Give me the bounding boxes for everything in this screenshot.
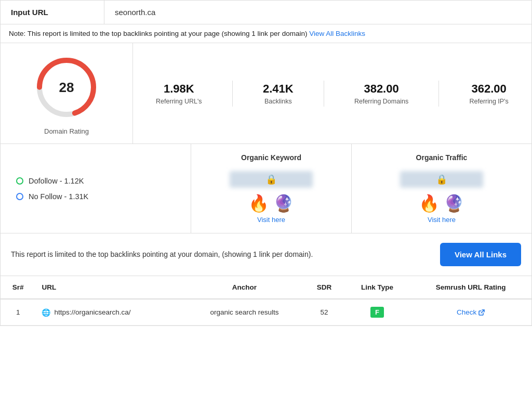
domain-rating-label: Domain Rating bbox=[44, 127, 89, 135]
view-all-links-button[interactable]: View All Links bbox=[440, 243, 521, 266]
col-header-sr: Sr# bbox=[1, 276, 35, 299]
organic-keyword-flame: 🔥 🔮 bbox=[248, 195, 295, 212]
dofollow-item: Dofollow - 1.12K bbox=[16, 177, 175, 185]
view-all-row: This report is limited to the top backli… bbox=[1, 233, 531, 276]
organic-keyword-lock-icon: 🔒 bbox=[265, 174, 277, 185]
metric-label-0: Referring URL's bbox=[156, 98, 202, 105]
input-url-label: Input URL bbox=[1, 1, 104, 24]
organic-traffic-flame: 🔥 🔮 bbox=[419, 195, 465, 212]
gauge-chart: 28 bbox=[33, 54, 100, 121]
cell-sr: 1 bbox=[1, 299, 35, 325]
divider-3 bbox=[438, 81, 439, 107]
semrush-check-link[interactable]: Check bbox=[457, 308, 485, 316]
cell-url: 🌐 https://organicsearch.ca/ bbox=[35, 299, 184, 325]
note-text: Note: This report is limited to the top … bbox=[9, 30, 308, 37]
metric-value-3: 362.00 bbox=[469, 82, 508, 96]
dofollow-label: Dofollow - 1.12K bbox=[29, 177, 84, 185]
url-cell: 🌐 https://organicsearch.ca/ bbox=[42, 308, 178, 317]
note-row: Note: This report is limited to the top … bbox=[1, 24, 531, 43]
input-url-row: Input URL seonorth.ca bbox=[1, 1, 531, 24]
table-header-row: Sr# URL Anchor SDR Link Type Semrush URL… bbox=[1, 276, 531, 299]
metric-label-1: Backlinks bbox=[263, 98, 294, 105]
divider-1 bbox=[232, 81, 233, 107]
organic-keyword-box: Organic Keyword 🔒 🔥 🔮 Visit here bbox=[191, 144, 352, 233]
metric-value-1: 2.41K bbox=[263, 82, 294, 96]
col-header-semrush: Semrush URL Rating bbox=[410, 276, 531, 299]
cell-anchor: organic search results bbox=[185, 299, 304, 325]
view-all-backlinks-link[interactable]: View All Backlinks bbox=[309, 30, 365, 37]
domain-rating-value: 28 bbox=[59, 80, 74, 96]
stats-section: 28 Domain Rating 1.98K Referring URL's 2… bbox=[1, 43, 531, 144]
domain-rating-box: 28 Domain Rating bbox=[1, 43, 133, 144]
dofollow-box: Dofollow - 1.12K No Follow - 1.31K bbox=[1, 144, 191, 233]
metric-referring-urls: 1.98K Referring URL's bbox=[151, 82, 207, 105]
nofollow-dot bbox=[16, 193, 23, 200]
col-header-sdr: SDR bbox=[304, 276, 344, 299]
backlinks-table: Sr# URL Anchor SDR Link Type Semrush URL… bbox=[1, 276, 531, 325]
col-header-anchor: Anchor bbox=[185, 276, 304, 299]
cell-link-type: F bbox=[344, 299, 410, 325]
organic-traffic-lock-icon: 🔒 bbox=[436, 174, 447, 185]
cell-sdr: 52 bbox=[304, 299, 344, 325]
nofollow-label: No Follow - 1.31K bbox=[29, 192, 88, 201]
organic-keyword-title: Organic Keyword bbox=[241, 153, 301, 162]
organic-traffic-title: Organic Traffic bbox=[416, 153, 468, 162]
metric-value-0: 1.98K bbox=[156, 82, 202, 96]
cell-semrush: Check bbox=[410, 299, 531, 325]
globe-icon: 🌐 bbox=[42, 308, 50, 317]
metric-referring-domains: 382.00 Referring Domains bbox=[349, 82, 414, 105]
dofollow-dot bbox=[16, 177, 23, 185]
table-row: 1 🌐 https://organicsearch.ca/ organic se… bbox=[1, 299, 531, 325]
col-header-url: URL bbox=[35, 276, 184, 299]
table-section: Sr# URL Anchor SDR Link Type Semrush URL… bbox=[1, 276, 531, 325]
metrics-box: 1.98K Referring URL's 2.41K Backlinks 38… bbox=[133, 43, 531, 144]
metric-backlinks: 2.41K Backlinks bbox=[258, 82, 299, 105]
url-link[interactable]: https://organicsearch.ca/ bbox=[54, 308, 130, 316]
col-header-link-type: Link Type bbox=[344, 276, 410, 299]
metric-label-3: Referring IP's bbox=[469, 98, 508, 105]
middle-section: Dofollow - 1.12K No Follow - 1.31K Organ… bbox=[1, 144, 531, 233]
metric-label-2: Referring Domains bbox=[354, 98, 408, 105]
link-type-badge: F bbox=[370, 307, 384, 318]
view-all-description: This report is limited to the top backli… bbox=[11, 249, 313, 260]
metric-referring-ips: 362.00 Referring IP's bbox=[464, 82, 513, 105]
organic-traffic-box: Organic Traffic 🔒 🔥 🔮 Visit here bbox=[352, 144, 531, 233]
organic-traffic-visit-link[interactable]: Visit here bbox=[428, 216, 456, 224]
divider-2 bbox=[324, 81, 324, 107]
input-url-value: seonorth.ca bbox=[104, 1, 166, 24]
metric-value-2: 382.00 bbox=[354, 82, 408, 96]
page-wrapper: Input URL seonorth.ca Note: This report … bbox=[0, 0, 532, 326]
nofollow-item: No Follow - 1.31K bbox=[16, 192, 175, 201]
organic-keyword-visit-link[interactable]: Visit here bbox=[257, 216, 285, 224]
